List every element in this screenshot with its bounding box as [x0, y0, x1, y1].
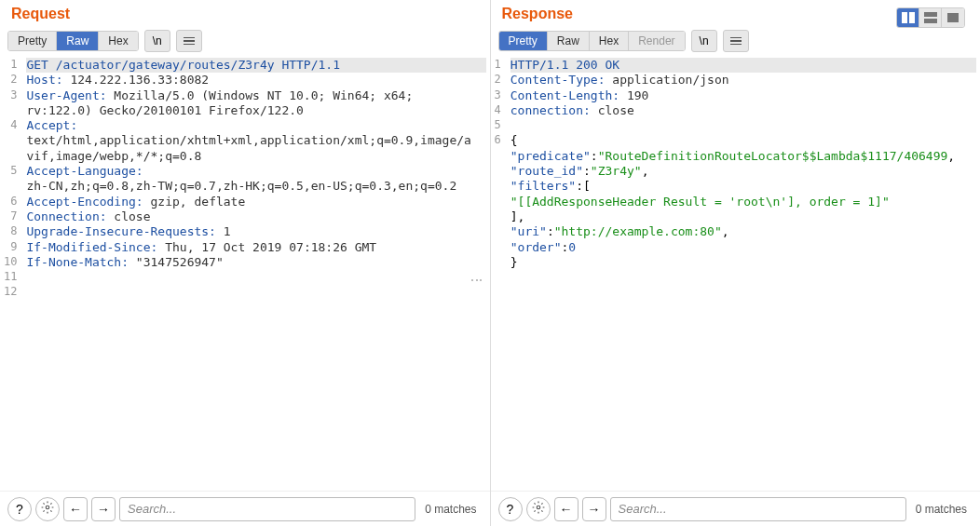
request-tabs-row: PrettyRawHex \n — [0, 30, 490, 56]
code-line: { — [510, 133, 976, 148]
request-tab-raw[interactable]: Raw — [57, 32, 99, 50]
code-line: If-Modified-Since: Thu, 17 Oct 2019 07:1… — [26, 240, 485, 255]
response-search-input[interactable] — [610, 497, 906, 521]
code-line: Accept: — [26, 118, 485, 133]
code-line: User-Agent: Mozilla/5.0 (Windows NT 10.0… — [26, 88, 485, 103]
help-icon[interactable]: ? — [498, 497, 523, 521]
code-line: "uri":"http://example.com:80", — [510, 224, 976, 239]
code-line: Upgrade-Insecure-Requests: 1 — [26, 224, 485, 239]
code-line: rv:122.0) Gecko/20100101 Firefox/122.0 — [26, 103, 485, 118]
svg-rect-0 — [902, 12, 907, 23]
request-search-input[interactable] — [119, 497, 415, 521]
prev-arrow-icon[interactable]: ← — [63, 497, 88, 521]
code-line: } — [510, 255, 976, 270]
drag-handle-icon[interactable]: ⋮ — [468, 274, 484, 286]
layout-single-button[interactable] — [942, 8, 964, 27]
response-panel: Response PrettyRawHexRender \n 123456 HT… — [491, 0, 981, 526]
svg-rect-4 — [947, 13, 959, 22]
prev-arrow-icon[interactable]: ← — [554, 497, 578, 521]
code-line: ], — [510, 209, 976, 224]
code-line: "filters":[ — [510, 179, 976, 194]
response-editor[interactable]: 123456 HTTP/1.1 200 OKContent-Type: appl… — [491, 56, 981, 491]
svg-point-6 — [537, 506, 540, 509]
code-line: "predicate":"RouteDefinitionRouteLocator… — [510, 149, 976, 164]
request-footer: ? ← → 0 matches — [0, 491, 490, 526]
layout-toggle — [896, 7, 965, 28]
layout-split-horizontal-button[interactable] — [919, 8, 942, 27]
code-line: Connection: close — [26, 209, 485, 224]
help-icon[interactable]: ? — [7, 497, 32, 521]
code-line — [26, 270, 485, 285]
next-arrow-icon[interactable]: → — [582, 497, 606, 521]
code-line: "route_id":"Z3r4y", — [510, 164, 976, 179]
code-line: "[[AddResponseHeader Result = 'root\n'],… — [510, 195, 976, 209]
code-line: text/html,application/xhtml+xml,applicat… — [26, 133, 485, 148]
response-match-count: 0 matches — [910, 503, 973, 516]
code-line: "order":0 — [510, 240, 976, 255]
code-line: Content-Type: application/json — [510, 73, 976, 88]
response-tab-pretty[interactable]: Pretty — [499, 32, 548, 50]
code-line: Accept-Encoding: gzip, deflate — [26, 195, 485, 209]
response-newline-button[interactable]: \n — [691, 30, 717, 52]
response-tab-group: PrettyRawHexRender — [498, 31, 686, 51]
response-tab-render[interactable]: Render — [629, 32, 684, 50]
response-tab-hex[interactable]: Hex — [590, 32, 629, 50]
code-line — [26, 285, 485, 300]
next-arrow-icon[interactable]: → — [91, 497, 116, 521]
response-tabs-row: PrettyRawHexRender \n — [491, 30, 981, 56]
request-newline-button[interactable]: \n — [144, 30, 170, 52]
response-menu-button[interactable] — [723, 30, 749, 52]
code-line: HTTP/1.1 200 OK — [510, 58, 976, 73]
code-line: If-None-Match: "3147526947" — [26, 255, 485, 270]
gear-icon[interactable] — [35, 497, 60, 521]
request-tab-hex[interactable]: Hex — [99, 32, 137, 50]
svg-point-5 — [46, 506, 49, 509]
request-tab-group: PrettyRawHex — [7, 31, 139, 51]
svg-rect-3 — [924, 19, 937, 23]
code-line: vif,image/webp,*/*;q=0.8 — [26, 149, 485, 164]
request-match-count: 0 matches — [419, 503, 482, 516]
code-line: connection: close — [510, 103, 976, 118]
layout-split-vertical-button[interactable] — [897, 8, 919, 27]
code-line: Accept-Language: — [26, 164, 485, 179]
code-line: zh-CN,zh;q=0.8,zh-TW;q=0.7,zh-HK;q=0.5,e… — [26, 179, 485, 194]
response-footer: ? ← → 0 matches — [491, 491, 981, 526]
request-panel: Request PrettyRawHex \n 123456789101112 … — [0, 0, 491, 526]
code-line — [510, 118, 976, 133]
request-title: Request — [0, 0, 490, 30]
svg-rect-2 — [924, 12, 937, 17]
code-line: GET /actuator/gateway/routes/Z3r4y HTTP/… — [26, 58, 485, 73]
request-menu-button[interactable] — [176, 30, 202, 52]
response-tab-raw[interactable]: Raw — [548, 32, 590, 50]
svg-rect-1 — [909, 12, 915, 23]
request-editor[interactable]: 123456789101112 GET /actuator/gateway/ro… — [0, 56, 490, 491]
gear-icon[interactable] — [526, 497, 551, 521]
request-tab-pretty[interactable]: Pretty — [8, 32, 57, 50]
code-line: Content-Length: 190 — [510, 88, 976, 103]
code-line: Host: 124.222.136.33:8082 — [26, 73, 485, 88]
